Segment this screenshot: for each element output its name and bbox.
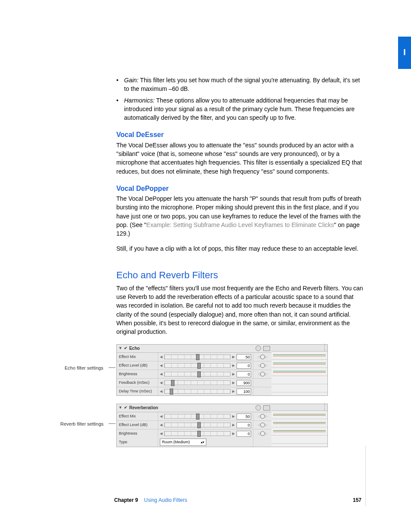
slider-inc-icon[interactable]: ▶ <box>232 414 235 419</box>
dropdown-arrows-icon: ▴▾ <box>201 440 204 445</box>
kf-next-icon[interactable]: ▷ <box>265 432 268 436</box>
kf-prev-icon[interactable]: ◁ <box>258 364 260 367</box>
bullet-harmonics: Harmonics: These options allow you to at… <box>116 96 364 122</box>
text-harmonics: These options allow you to attenuate add… <box>124 97 355 121</box>
param-label: Effect Mix <box>117 412 158 420</box>
echo-timeline: ││ <box>271 344 328 396</box>
timeline-track <box>271 384 327 392</box>
timeline-track <box>271 368 327 376</box>
timeline-marker-icon: ││ <box>324 343 326 352</box>
param-slider[interactable] <box>164 372 230 376</box>
footer-chapter: Chapter 9 <box>114 497 138 504</box>
timeline-marker-icon: ││ <box>324 403 326 411</box>
echo-panel: ▼ ✔ Echo Effect Mix◀▶50◁▷Effect Level (d… <box>116 344 272 396</box>
slider-dec-icon[interactable]: ◀ <box>160 423 162 428</box>
slider-inc-icon[interactable]: ▶ <box>232 389 235 394</box>
page-number: 157 <box>353 497 361 504</box>
kf-prev-icon[interactable]: ◁ <box>258 432 260 436</box>
heading-vocal-deesser: Vocal DeEsser <box>116 130 364 140</box>
kf-next-icon[interactable]: ▷ <box>265 364 268 367</box>
page-footer: Chapter 9 Using Audio Filters <box>114 497 368 504</box>
param-value[interactable]: 50 <box>237 354 251 360</box>
param-value[interactable]: 900 <box>237 380 251 386</box>
kf-prev-icon[interactable]: ◁ <box>258 372 260 376</box>
param-slider[interactable] <box>164 380 230 385</box>
link-subframe-example[interactable]: Example: Setting Subframe Audio Level Ke… <box>146 221 334 228</box>
keyframe-button[interactable] <box>260 372 265 376</box>
kf-next-icon[interactable]: ▷ <box>265 355 268 359</box>
timeline-track <box>271 352 327 360</box>
term-harmonics: Harmonics: <box>124 97 155 104</box>
param-slider[interactable] <box>164 355 230 359</box>
param-label: Delay Time (mSec) <box>117 387 158 395</box>
keyframe-button[interactable] <box>260 355 265 359</box>
slider-dec-icon[interactable]: ◀ <box>160 363 162 368</box>
keyframe-button[interactable] <box>260 363 265 368</box>
reverb-panel: ▼ ✔ Reverberation Effect Mix◀▶50◁▷Effect… <box>116 404 272 448</box>
keyframe-button[interactable] <box>260 414 265 419</box>
param-value[interactable]: 0 <box>237 431 251 437</box>
figure-echo-label: Echo filter settings <box>65 365 103 372</box>
slider-inc-icon[interactable]: ▶ <box>232 431 235 436</box>
reverb-panel-title: Reverberation <box>129 405 158 411</box>
footer-chapter-name: Using Audio Filters <box>144 497 187 504</box>
param-label: Effect Level (dB) <box>117 361 158 370</box>
sidebar-tab: I <box>398 37 411 69</box>
reverb-type-dropdown[interactable]: Room (Medium) ▴▾ <box>160 439 206 446</box>
keyframe-button[interactable] <box>260 431 265 436</box>
kf-prev-icon[interactable]: ◁ <box>258 355 260 359</box>
bullet-list: Gain: This filter lets you set how much … <box>116 76 364 122</box>
disclosure-icon[interactable]: ▼ <box>118 405 122 411</box>
reverb-type-label: Type <box>117 438 158 446</box>
kf-next-icon[interactable]: ▷ <box>265 414 268 418</box>
kf-prev-icon[interactable]: ◁ <box>258 423 260 427</box>
param-row: Effect Mix◀▶50◁▷ <box>117 353 272 361</box>
panel-reset-button[interactable] <box>255 405 261 411</box>
disclosure-icon[interactable]: ▼ <box>118 345 122 351</box>
param-row: Effect Mix◀▶50◁▷ <box>117 412 272 421</box>
slider-dec-icon[interactable]: ◀ <box>160 372 162 377</box>
timeline-track <box>271 376 327 384</box>
slider-inc-icon[interactable]: ▶ <box>232 363 235 368</box>
reverb-timeline: ││ <box>271 404 328 448</box>
param-value[interactable]: 50 <box>237 414 251 420</box>
param-slider[interactable] <box>164 423 230 427</box>
slider-dec-icon[interactable]: ◀ <box>160 380 162 386</box>
panel-reset-button[interactable] <box>255 345 261 351</box>
enable-check-icon[interactable]: ✔ <box>124 405 128 411</box>
timeline-track <box>271 411 327 419</box>
slider-dec-icon[interactable]: ◀ <box>160 355 162 360</box>
bullet-gain: Gain: This filter lets you set how much … <box>116 76 364 93</box>
param-value[interactable]: 0 <box>237 422 251 428</box>
para-depopper-1: The Vocal DePopper lets you attenuate th… <box>116 194 364 238</box>
slider-inc-icon[interactable]: ▶ <box>232 355 235 360</box>
param-value[interactable]: 0 <box>237 363 251 369</box>
timeline-track <box>271 427 327 436</box>
param-value[interactable]: 0 <box>237 371 251 377</box>
param-slider[interactable] <box>164 414 230 419</box>
kf-prev-icon[interactable]: ◁ <box>258 414 260 418</box>
kf-next-icon[interactable]: ▷ <box>265 372 268 376</box>
slider-inc-icon[interactable]: ▶ <box>232 372 235 377</box>
param-slider[interactable] <box>164 363 230 368</box>
enable-check-icon[interactable]: ✔ <box>124 345 128 351</box>
slider-dec-icon[interactable]: ◀ <box>160 431 162 436</box>
slider-dec-icon[interactable]: ◀ <box>160 414 162 419</box>
param-slider[interactable] <box>164 389 230 394</box>
panel-menu-button[interactable] <box>263 346 270 351</box>
kf-next-icon[interactable]: ▷ <box>265 423 268 427</box>
param-value[interactable]: 100 <box>237 389 251 395</box>
param-row: Brightness◀▶0◁▷ <box>117 429 272 438</box>
param-row: Brightness◀▶0◁▷ <box>117 370 272 379</box>
text-gain: This filter lets you set how much of the… <box>124 77 360 92</box>
param-slider[interactable] <box>164 431 230 436</box>
para-echo-reverb: Two of the "effects" filters you'll use … <box>116 284 364 336</box>
keyframe-button[interactable] <box>260 423 265 427</box>
slider-dec-icon[interactable]: ◀ <box>160 389 162 394</box>
slider-inc-icon[interactable]: ▶ <box>232 380 235 386</box>
param-label: Brightness <box>117 370 158 378</box>
slider-inc-icon[interactable]: ▶ <box>232 423 235 428</box>
timeline-track <box>271 360 327 368</box>
echo-panel-title: Echo <box>129 345 140 352</box>
panel-menu-button[interactable] <box>263 405 270 411</box>
